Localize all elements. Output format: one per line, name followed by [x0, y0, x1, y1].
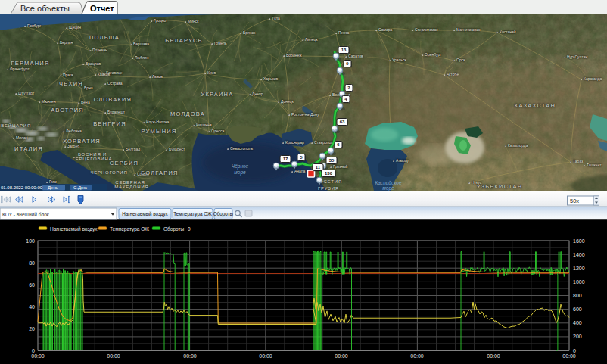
- svg-text:Тараз: Тараз: [573, 159, 584, 163]
- svg-text:Грозный: Грозный: [333, 164, 348, 169]
- svg-text:ИТАЛИЯ: ИТАЛИЯ: [14, 145, 43, 152]
- svg-text:Саратов: Саратов: [348, 54, 363, 58]
- svg-text:17: 17: [283, 157, 288, 161]
- svg-text:ЧЕРНОГОРИЯ: ЧЕРНОГОРИЯ: [90, 170, 127, 175]
- svg-text:100: 100: [26, 238, 35, 244]
- svg-text:Мюнхен: Мюнхен: [42, 99, 56, 104]
- svg-text:400: 400: [573, 320, 582, 325]
- svg-text:ЧЕХИЯ: ЧЕХИЯ: [59, 80, 83, 87]
- svg-text:63: 63: [340, 120, 345, 124]
- svg-text:Нагнетаемый воздух: Нагнетаемый воздух: [122, 211, 168, 217]
- svg-text:Одесса: Одесса: [211, 129, 224, 133]
- svg-text:Штутгарт: Штутгарт: [18, 91, 35, 95]
- svg-text:КОУ - внешний блок: КОУ - внешний блок: [2, 212, 49, 217]
- svg-text:Липецк: Липецк: [305, 37, 318, 42]
- svg-text:80: 80: [29, 260, 35, 266]
- svg-text:Краков: Краков: [98, 72, 110, 76]
- svg-text:Нагнетаемый воздух: Нагнетаемый воздух: [50, 226, 98, 232]
- svg-text:Воронеж: Воронеж: [286, 53, 302, 58]
- svg-text:Актобе: Актобе: [447, 72, 459, 76]
- svg-text:Ростов-на-Дону: Ростов-на-Дону: [291, 112, 319, 117]
- svg-text:01.08.2022 00:00:00: 01.08.2022 00:00:00: [1, 185, 43, 190]
- svg-text:Гродно: Гродно: [154, 18, 167, 23]
- svg-text:600: 600: [573, 306, 582, 312]
- svg-text:0: 0: [32, 348, 35, 353]
- svg-text:Брно: Брно: [84, 86, 93, 90]
- svg-text:200: 200: [573, 334, 582, 339]
- svg-text:Температура ОЖ: Температура ОЖ: [173, 211, 212, 217]
- svg-text:ВЕНГРИЯ: ВЕНГРИЯ: [93, 120, 126, 127]
- svg-text:АВСТРИЯ: АВСТРИЯ: [51, 107, 84, 114]
- svg-text:Нур-Султан: Нур-Султан: [567, 54, 587, 59]
- svg-text:День: День: [48, 185, 58, 190]
- svg-text:00:00: 00:00: [562, 353, 576, 359]
- svg-text:00:00: 00:00: [31, 353, 45, 359]
- svg-text:Бухарест: Бухарест: [169, 147, 185, 151]
- svg-text:Самара: Самара: [378, 27, 392, 32]
- svg-text:ГЕРМАНИЯ: ГЕРМАНИЯ: [11, 60, 49, 67]
- svg-text:Обороты: Обороты: [213, 211, 234, 217]
- svg-text:11: 11: [316, 165, 321, 170]
- svg-text:УКРАИНА: УКРАИНА: [201, 91, 234, 98]
- svg-text:Франкфурт: Франкфурт: [10, 67, 30, 71]
- svg-text:0: 0: [188, 226, 191, 232]
- svg-text:Харьков: Харьков: [263, 76, 279, 81]
- svg-text:13: 13: [341, 48, 347, 52]
- svg-text:0: 0: [573, 348, 576, 353]
- svg-text:Отчет: Отчет: [90, 4, 114, 13]
- svg-text:КАЗАХСТАН: КАЗАХСТАН: [515, 102, 556, 109]
- svg-text:00:00: 00:00: [183, 353, 197, 359]
- svg-text:Севастополь: Севастополь: [230, 146, 254, 151]
- svg-text:1600: 1600: [573, 238, 585, 244]
- svg-text:Берлин: Берлин: [60, 40, 73, 45]
- svg-text:ПОЛЬША: ПОЛЬША: [89, 34, 120, 41]
- svg-text:Брянск: Брянск: [243, 30, 256, 35]
- svg-text:50x: 50x: [570, 198, 579, 204]
- svg-text:Стерлитамак: Стерлитамак: [415, 27, 438, 32]
- svg-text:Анапа: Анапа: [294, 169, 306, 173]
- svg-text:БЕЛАРУСЬ: БЕЛАРУСЬ: [165, 37, 202, 44]
- svg-text:Минск: Минск: [188, 19, 199, 23]
- svg-text:СЛОВАКИЯ: СЛОВАКИЯ: [94, 96, 132, 103]
- svg-text:Оренбург: Оренбург: [425, 52, 441, 57]
- svg-text:Гамбург: Гамбург: [27, 23, 42, 28]
- svg-text:20: 20: [29, 326, 35, 331]
- svg-text:Варшава: Варшава: [133, 42, 149, 46]
- svg-text:УЗБЕКИСТАН: УЗБЕКИСТАН: [477, 183, 523, 190]
- svg-text:Уральск: Уральск: [392, 58, 407, 62]
- svg-text:ГЕРЦЕГОВИНА: ГЕРЦЕГОВИНА: [73, 157, 113, 161]
- svg-text:море: море: [234, 170, 246, 176]
- svg-text:Гомель: Гомель: [214, 41, 227, 45]
- svg-text:00:00: 00:00: [487, 353, 500, 359]
- svg-text:Прага: Прага: [63, 73, 73, 77]
- svg-text:Познань: Познань: [92, 48, 107, 52]
- svg-text:Белград: Белград: [126, 147, 140, 151]
- svg-text:Костанай: Костанай: [500, 30, 516, 34]
- svg-text:1000: 1000: [573, 279, 585, 285]
- svg-text:Львов: Львов: [152, 74, 163, 79]
- svg-text:Донецк: Донецк: [281, 99, 294, 104]
- svg-text:00:00: 00:00: [107, 353, 120, 359]
- svg-text:С.Дню: С.Дню: [73, 185, 87, 190]
- svg-text:БОЛГАРИЯ: БОЛГАРИЯ: [141, 170, 178, 176]
- svg-text:Все объекты: Все объекты: [20, 4, 70, 13]
- svg-text:1200: 1200: [573, 266, 585, 271]
- svg-text:Кызылорда: Кызылорда: [508, 143, 528, 148]
- svg-text:Обороты: Обороты: [163, 226, 184, 232]
- svg-text:Вроцлав: Вроцлав: [86, 61, 101, 66]
- svg-text:Магнитогорск: Магнитогорск: [456, 27, 481, 32]
- svg-text:Вена: Вена: [81, 100, 90, 104]
- svg-text:1400: 1400: [573, 252, 585, 257]
- svg-text:Люблин: Люблин: [135, 55, 148, 60]
- svg-text:РУМЫНИЯ: РУМЫНИЯ: [141, 128, 176, 135]
- svg-text:море: море: [382, 185, 394, 191]
- svg-text:00:00: 00:00: [335, 353, 348, 359]
- svg-text:Тула: Тула: [272, 16, 280, 20]
- svg-text:Каспийское: Каспийское: [375, 180, 401, 185]
- svg-text:Орск: Орск: [456, 58, 465, 62]
- svg-text:Ташкент: Ташкент: [587, 163, 602, 167]
- svg-text:СЕРБИЯ: СЕРБИЯ: [110, 160, 139, 166]
- svg-text:Рим: Рим: [49, 179, 57, 184]
- svg-text:МАКЕДОНИЯ: МАКЕДОНИЯ: [114, 185, 148, 189]
- svg-text:ШВЕЙЦАРИЯ: ШВЕЙЦАРИЯ: [0, 123, 31, 128]
